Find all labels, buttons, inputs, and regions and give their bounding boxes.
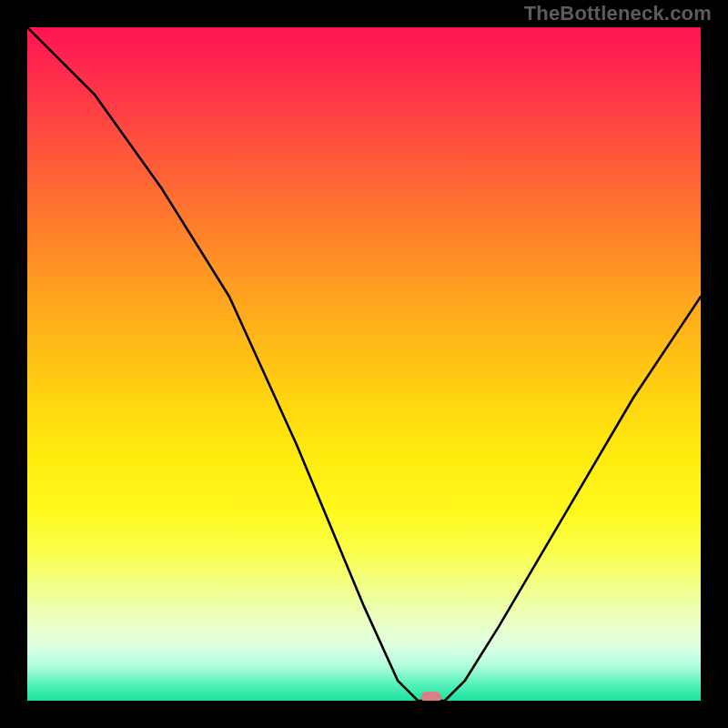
watermark-text: TheBottleneck.com (524, 2, 712, 25)
chart-frame: TheBottleneck.com (0, 0, 728, 728)
plot-area (27, 27, 701, 701)
bottleneck-curve (27, 27, 701, 701)
optimal-marker (421, 692, 441, 701)
curve-path (27, 27, 701, 701)
